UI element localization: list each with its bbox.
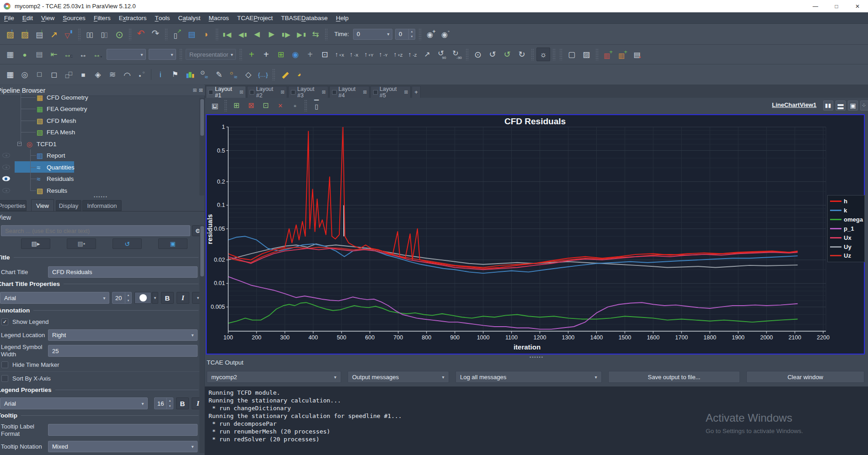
layout-tab-4[interactable]: Layout #4⊠ [329, 86, 370, 98]
select-points-on-icon[interactable]: + [259, 48, 273, 61]
pipeline-item-tcfd1[interactable]: −◎TCFD1 [0, 138, 199, 149]
maximize-button[interactable]: □ [826, 0, 847, 12]
timestep-last-icon[interactable]: ↔● [91, 48, 105, 61]
message-type-combo[interactable]: Output messages▾ [348, 371, 449, 383]
reset-camera-icon[interactable]: ↺ [500, 48, 514, 61]
timestep-forward-icon[interactable]: ↔ [76, 48, 90, 61]
visibility-eye-icon[interactable] [2, 164, 10, 169]
save-defaults-button[interactable]: ▣ [158, 238, 188, 249]
current-frame-combo[interactable]: ▾ [107, 49, 146, 60]
glyph-circles-icon[interactable]: ●○ [135, 68, 149, 81]
save-state-icon[interactable]: ▨↓ [18, 27, 32, 41]
first-frame-icon[interactable]: ▮◀ [221, 27, 235, 41]
undo-icon[interactable]: ↶ [134, 27, 148, 41]
title-color-button[interactable] [134, 292, 151, 304]
save-data-icon[interactable]: ▤↓ [32, 27, 46, 41]
save-screenshot-icon[interactable]: ↗ [47, 27, 61, 41]
search-input[interactable] [1, 225, 190, 236]
center-of-rotation-icon[interactable]: ⊙ [471, 48, 485, 61]
isometric-view-icon[interactable]: ↗ [420, 48, 434, 61]
layout-tab-2[interactable]: Layout #2⊠ [247, 86, 287, 98]
light-bulb-icon[interactable]: ☼ [536, 48, 550, 61]
layout-tab-1[interactable]: Layout #1⊠ [206, 86, 246, 98]
menu-edit[interactable]: Edit [18, 12, 37, 23]
calculator-icon[interactable]: ▦ [3, 68, 17, 81]
spreadsheet-icon[interactable]: ▦ [3, 48, 17, 61]
visibility-eye-icon[interactable] [2, 153, 10, 158]
select-block-icon[interactable]: + [303, 48, 317, 61]
output-splitter[interactable]: •••••• [530, 355, 544, 360]
set-view-plus-z-icon[interactable]: ↑+Z [391, 48, 405, 61]
set-view-minus-y-icon[interactable]: ↑-Y [376, 48, 390, 61]
legend-location-combo[interactable]: Right▾ [48, 329, 198, 341]
add-view-icon[interactable]: ⊞ [230, 99, 243, 112]
menu-macros[interactable]: Macros [204, 12, 233, 23]
menu-tbase-database[interactable]: TBASE Database [277, 12, 332, 23]
maximize-view-icon[interactable]: ▣ [848, 101, 858, 111]
set-view-minus-z-icon[interactable]: ↑-Z [406, 48, 419, 61]
close-tab-icon[interactable]: ⊠ [281, 90, 284, 95]
histogram-icon[interactable]: ▮▮▮ [183, 68, 197, 81]
timer-icon[interactable]: ⊙ [113, 27, 126, 41]
tab-display[interactable]: Display [56, 200, 81, 211]
rotate-90-cw-icon[interactable]: ↻-90 [450, 48, 463, 61]
menu-view[interactable]: View [37, 12, 59, 23]
tbase-report-icon[interactable]: ▤● [630, 48, 644, 61]
open-file-icon[interactable]: ▨↑ [3, 27, 17, 41]
title-font-combo[interactable]: Arial▾ [0, 292, 109, 304]
plot-data-icon[interactable]: ☼≈ [227, 68, 241, 81]
tab-checkbox[interactable] [209, 90, 213, 95]
pipeline-item-fea-mesh[interactable]: ▧FEA Mesh [0, 127, 199, 138]
pipeline-item-cfd-mesh[interactable]: ▧CFD Mesh [0, 115, 199, 126]
layout-tab-5[interactable]: Layout #5⊠ [370, 86, 411, 98]
properties-scrollbar[interactable] [199, 225, 204, 453]
stride-combo[interactable]: ▾ [149, 49, 176, 60]
tab-properties[interactable]: Properties [0, 200, 27, 211]
ruler-icon[interactable]: ▬ [278, 68, 291, 81]
set-view-plus-x-icon[interactable]: ↑+X [332, 48, 346, 61]
python-calculator-icon[interactable]: {…} [256, 68, 270, 81]
visibility-eye-icon[interactable] [2, 188, 10, 193]
show-legend-checkbox[interactable]: ✓ [1, 318, 8, 325]
view-name-link[interactable]: LineChartView1 [772, 101, 816, 108]
title-color-dropdown[interactable]: ▾ [152, 292, 158, 304]
select-cells-on-icon[interactable]: + [245, 48, 258, 61]
tab-information[interactable]: Information [82, 200, 122, 211]
tooltip-label-format-input[interactable] [48, 424, 198, 436]
menu-tools[interactable]: Tools [150, 12, 174, 23]
close-tab-icon[interactable]: ⊠ [363, 90, 367, 95]
title-italic-button[interactable]: I [177, 292, 189, 304]
tab-checkbox[interactable] [373, 90, 378, 95]
menu-tcae-project[interactable]: TCAE Project [233, 12, 277, 23]
plot-over-time-icon[interactable]: ⊙≈ [198, 68, 211, 81]
menu-catalyst[interactable]: Catalyst [174, 12, 204, 23]
remove-view-icon[interactable]: ⊠ [244, 99, 258, 112]
panel-splitter[interactable]: •••••• [94, 195, 108, 199]
rotate-ccw-icon[interactable]: ↺ [486, 48, 499, 61]
auto-apply-icon[interactable]: ▯↗ [170, 27, 184, 41]
timestep-back-icon[interactable]: ↔C [62, 48, 75, 61]
save-animation-icon[interactable]: ▽▮ [62, 27, 75, 41]
add-chart-icon[interactable]: ⊡ [259, 99, 273, 112]
zoom-box-icon[interactable]: ⊡ [318, 48, 332, 61]
line-chart-view[interactable]: 1002003004005006007008009001000110012001… [206, 114, 865, 354]
flag-icon[interactable]: ⚑ [168, 68, 182, 81]
tab-checkbox[interactable] [250, 90, 254, 95]
trash-icon[interactable]: ▯▔ [310, 99, 323, 112]
reset-properties-button[interactable]: ↺ [113, 238, 142, 249]
warp-icon[interactable]: ◠ [120, 68, 134, 81]
set-view-minus-x-icon[interactable]: ↑-X [347, 48, 361, 61]
title-bold-button[interactable]: B [161, 292, 174, 304]
capture-view-icon[interactable]: ▣◉ [208, 99, 222, 112]
timestep-first-icon[interactable]: ⇤ [47, 48, 61, 61]
menu-filters[interactable]: Filters [90, 12, 115, 23]
extract-block-icon[interactable]: ◇ [241, 68, 255, 81]
time-value-combo[interactable]: 0▾ [353, 29, 392, 40]
copy-properties-button[interactable]: ▤▸ [21, 238, 50, 249]
play-icon[interactable]: ▶ [265, 27, 279, 41]
next-frame-icon[interactable]: ▮▶ [279, 27, 293, 41]
tab-view[interactable]: View [31, 199, 54, 212]
menu-file[interactable]: File [0, 12, 18, 23]
paste-icon[interactable]: ▤ [32, 48, 46, 61]
clear-window-button[interactable]: Clear window [746, 371, 864, 383]
